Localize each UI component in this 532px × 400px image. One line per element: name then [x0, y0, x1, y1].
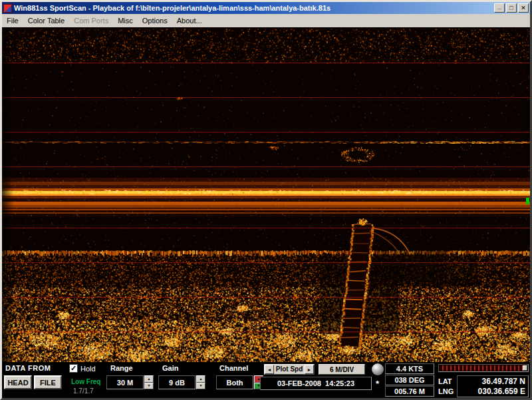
- up-arrow-icon: ▲: [200, 377, 203, 381]
- gain-spin-up-button[interactable]: ▲: [196, 375, 205, 383]
- range-spin-down-button[interactable]: ▼: [144, 383, 154, 390]
- close-button[interactable]: ✕: [518, 3, 529, 13]
- window-controls: _ □ ✕: [494, 3, 529, 13]
- channel-label: Channel: [219, 364, 248, 372]
- range-label: Range: [110, 364, 133, 372]
- lng-label: LNG: [438, 387, 454, 395]
- range-spinner: ▲ ▼: [144, 375, 154, 389]
- depth-display: 005.76 M: [385, 386, 434, 397]
- plot-scale-display[interactable]: 6 M/DIV: [319, 364, 365, 375]
- position-display: 36.49.787 N 030.36.659 E: [457, 375, 529, 397]
- plot-speed-control: ◄ Plot Spd ►: [264, 364, 315, 375]
- menu-item-options[interactable]: Options: [138, 15, 172, 27]
- speed-display: 4.4 KTS: [385, 363, 434, 374]
- gain-value: 9 dB: [158, 375, 196, 389]
- plot-speed-left-button[interactable]: ◄: [265, 365, 274, 374]
- playback-position-slider[interactable]: [438, 364, 529, 372]
- menu-item-com-ports: Com Ports: [69, 15, 113, 27]
- app-window: Win881ss SportScan - Playback of f:\bîte…: [0, 0, 532, 400]
- window-title: Win881ss SportScan - Playback of f:\bîte…: [14, 4, 492, 12]
- record-indicator: *: [376, 379, 379, 389]
- down-arrow-icon: ▼: [148, 383, 151, 387]
- menu-item-color-table[interactable]: Color Table: [23, 15, 69, 27]
- slider-ticks: [440, 365, 527, 371]
- check-icon: ✓: [70, 364, 76, 372]
- minimize-button[interactable]: _: [494, 3, 505, 13]
- lat-label: LAT: [438, 377, 452, 385]
- maximize-icon: □: [509, 5, 513, 11]
- plot-speed-right-button[interactable]: ►: [305, 365, 314, 374]
- channel-value: Both: [216, 375, 253, 389]
- sonar-display: [2, 27, 530, 362]
- right-arrow-icon: ►: [307, 367, 312, 372]
- head-button[interactable]: HEAD: [4, 375, 32, 389]
- sonar-image[interactable]: [2, 27, 530, 362]
- left-arrow-icon: ◄: [267, 367, 272, 372]
- hold-label: Hold: [80, 365, 96, 373]
- gain-spinner: ▲ ▼: [196, 375, 205, 389]
- maximize-button[interactable]: □: [506, 3, 517, 13]
- titlebar: Win881ss SportScan - Playback of f:\bîte…: [2, 2, 530, 14]
- down-arrow-icon: ▼: [200, 383, 203, 387]
- slider-thumb[interactable]: [523, 365, 527, 371]
- file-button[interactable]: FILE: [34, 375, 62, 389]
- range-value: 30 M: [106, 375, 144, 389]
- data-from-label: DATA FROM: [5, 364, 51, 372]
- plot-speed-label: Plot Spd: [274, 365, 305, 374]
- heading-display: 038 DEG: [385, 375, 434, 385]
- datetime-display: 03-FEB-2008 14:25:23: [260, 377, 372, 390]
- menubar: File Color Table Com Ports Misc Options …: [2, 14, 530, 27]
- hold-control[interactable]: ✓ Hold: [69, 364, 96, 373]
- lat-value: 36.49.787 N: [482, 377, 525, 387]
- hold-checkbox[interactable]: ✓: [69, 364, 78, 373]
- lng-value: 030.36.659 E: [478, 387, 525, 397]
- app-icon: [3, 4, 12, 13]
- frequency-mode-label: Low Freq: [71, 378, 100, 385]
- close-icon: ✕: [521, 5, 526, 11]
- menu-item-file[interactable]: File: [2, 15, 23, 27]
- gain-spin-down-button[interactable]: ▼: [196, 383, 205, 390]
- gain-label: Gain: [162, 364, 178, 372]
- frequency-value: 1.7/1.7: [73, 387, 94, 395]
- rotary-knob[interactable]: [372, 363, 384, 375]
- menu-item-about[interactable]: About...: [172, 15, 207, 27]
- menu-item-misc[interactable]: Misc: [113, 15, 138, 27]
- range-spin-up-button[interactable]: ▲: [144, 375, 154, 383]
- minimize-icon: _: [497, 3, 501, 10]
- up-arrow-icon: ▲: [148, 377, 151, 381]
- status-bar: DATA FROM HEAD FILE ✓ Hold Low Freq 1.7/…: [2, 362, 530, 398]
